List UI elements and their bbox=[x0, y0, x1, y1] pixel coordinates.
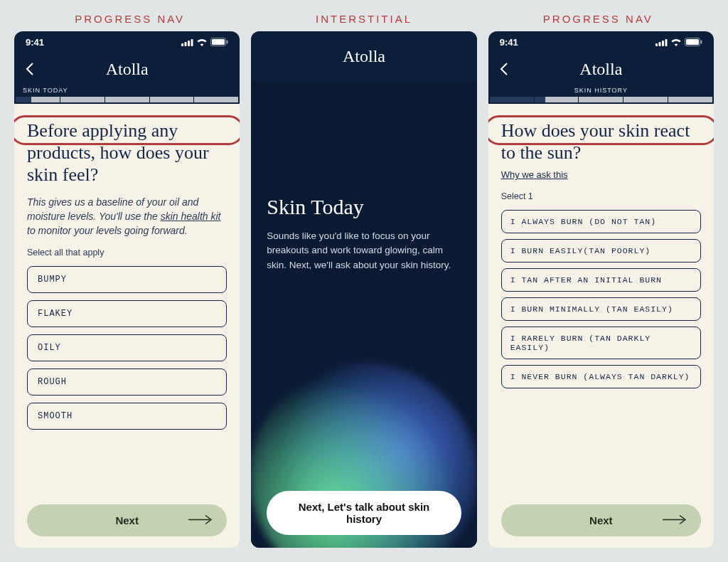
next-button-label: Next, Let's talk about skin history bbox=[279, 501, 448, 525]
progress-segment bbox=[16, 97, 60, 102]
option-never-burn[interactable]: I NEVER BURN (ALWAYS TAN DARKLY) bbox=[501, 365, 701, 388]
next-button[interactable]: Next bbox=[501, 504, 701, 536]
brand-bar: Atolla bbox=[14, 53, 240, 85]
option-oily[interactable]: OILY bbox=[27, 334, 227, 361]
svg-rect-1 bbox=[185, 42, 187, 46]
brand-title: Atolla bbox=[343, 47, 385, 66]
interstitial-content: Skin Today Sounds like you'd like to foc… bbox=[251, 81, 476, 548]
progress-segment bbox=[623, 97, 668, 102]
progress-segment bbox=[668, 97, 712, 102]
status-time: 9:41 bbox=[26, 37, 44, 48]
brand-title: Atolla bbox=[579, 60, 622, 79]
svg-rect-10 bbox=[665, 39, 667, 46]
svg-rect-0 bbox=[181, 43, 183, 46]
column-label-3: PROGRESS NAV bbox=[487, 13, 710, 25]
option-smooth[interactable]: SMOOTH bbox=[27, 403, 227, 430]
cta-row: Next bbox=[501, 494, 701, 536]
brand-bar: Atolla bbox=[251, 31, 476, 81]
progress-segment bbox=[105, 97, 149, 102]
explain-text-post: to monitor your levels going forward. bbox=[27, 225, 188, 236]
progress-segment bbox=[535, 97, 579, 102]
arrow-right-icon bbox=[663, 514, 687, 526]
option-always-burn[interactable]: I ALWAYS BURN (DO NOT TAN) bbox=[501, 210, 701, 233]
signal-icon bbox=[655, 38, 668, 46]
question-title: How does your skin react to the sun? bbox=[501, 120, 701, 164]
svg-rect-7 bbox=[655, 43, 658, 46]
battery-icon bbox=[685, 38, 702, 46]
canvas: PROGRESS NAV INTERSTITIAL PROGRESS NAV 9… bbox=[0, 0, 728, 562]
column-label-2: INTERSTITIAL bbox=[252, 13, 475, 25]
option-bumpy[interactable]: BUMPY bbox=[27, 266, 227, 293]
option-rough[interactable]: ROUGH bbox=[27, 369, 227, 396]
arrow-right-icon bbox=[188, 514, 213, 526]
battery-icon bbox=[210, 38, 228, 46]
next-button-label: Next bbox=[115, 514, 139, 526]
back-button[interactable] bbox=[23, 62, 37, 76]
back-button[interactable] bbox=[497, 62, 511, 76]
svg-rect-5 bbox=[212, 39, 225, 45]
option-burn-minimally[interactable]: I BURN MINIMALLY (TAN EASILY) bbox=[501, 297, 701, 321]
progress-segment bbox=[579, 97, 623, 102]
status-bar: 9:41 bbox=[488, 31, 714, 53]
brand-title: Atolla bbox=[106, 60, 149, 79]
svg-rect-12 bbox=[686, 39, 699, 45]
select-instruction: Select all that apply bbox=[27, 248, 227, 258]
next-button-label: Next bbox=[589, 514, 613, 526]
phone-screen-1: 9:41 Atolla bbox=[14, 31, 240, 548]
status-indicators bbox=[655, 38, 702, 46]
question-explainer: This gives us a baseline of your oil and… bbox=[27, 195, 227, 238]
next-button[interactable]: Next bbox=[27, 504, 227, 536]
progress-segment bbox=[194, 97, 238, 102]
progress-segment bbox=[60, 97, 105, 102]
interstitial-body: Skin Today Sounds like you'd like to foc… bbox=[251, 81, 476, 548]
svg-rect-9 bbox=[662, 41, 664, 46]
interstitial-title: Skin Today bbox=[267, 195, 461, 219]
brand-bar: Atolla bbox=[488, 53, 714, 85]
column-labels-row: PROGRESS NAV INTERSTITIAL PROGRESS NAV bbox=[14, 6, 714, 31]
select-instruction: Select 1 bbox=[501, 191, 701, 201]
progress-track bbox=[14, 97, 240, 102]
svg-rect-13 bbox=[700, 41, 702, 44]
progress-segment bbox=[490, 97, 534, 102]
progress-section-label: SKIN HISTORY bbox=[488, 85, 714, 97]
status-bar: 9:41 bbox=[14, 31, 240, 53]
skin-health-kit-link[interactable]: skin health kit bbox=[161, 211, 221, 222]
interstitial-body-text: Sounds like you'd like to focus on your … bbox=[267, 229, 461, 272]
options-list: BUMPY FLAKEY OILY ROUGH SMOOTH bbox=[27, 266, 227, 430]
option-rarely-burn[interactable]: I RARELY BURN (TAN DARKLY EASILY) bbox=[501, 327, 701, 359]
status-time: 9:41 bbox=[500, 37, 518, 48]
column-label-1: PROGRESS NAV bbox=[18, 13, 241, 25]
svg-rect-3 bbox=[191, 39, 193, 46]
card-body: How does your skin react to the sun? Why… bbox=[488, 104, 714, 548]
status-indicators bbox=[181, 38, 228, 46]
progress-nav: SKIN HISTORY bbox=[488, 85, 714, 104]
progress-segment bbox=[150, 97, 194, 102]
wifi-icon bbox=[196, 38, 208, 46]
card-body: Before applying any products, how does y… bbox=[14, 104, 240, 548]
question-title: Before applying any products, how does y… bbox=[27, 120, 227, 186]
next-button[interactable]: Next, Let's talk about skin history bbox=[267, 491, 461, 535]
svg-rect-8 bbox=[658, 42, 660, 46]
phones-row: 9:41 Atolla bbox=[14, 31, 714, 548]
svg-rect-2 bbox=[188, 41, 190, 46]
progress-track bbox=[488, 97, 714, 102]
progress-section-label: SKIN TODAY bbox=[14, 85, 240, 97]
phone-screen-3: 9:41 Atolla bbox=[488, 31, 714, 548]
why-we-ask-link[interactable]: Why we ask this bbox=[501, 169, 701, 180]
phone-screen-2: Atolla Skin Today Sounds like you'd like… bbox=[251, 31, 476, 548]
svg-rect-6 bbox=[227, 41, 228, 44]
progress-nav: SKIN TODAY bbox=[14, 85, 240, 104]
signal-icon bbox=[181, 38, 193, 46]
option-burn-easily[interactable]: I BURN EASILY(TAN POORLY) bbox=[501, 239, 701, 263]
option-flakey[interactable]: FLAKEY bbox=[27, 300, 227, 327]
option-tan-after-burn[interactable]: I TAN AFTER AN INITIAL BURN bbox=[501, 268, 701, 292]
cta-row: Next bbox=[27, 494, 227, 536]
wifi-icon bbox=[670, 38, 682, 46]
options-list: I ALWAYS BURN (DO NOT TAN) I BURN EASILY… bbox=[501, 210, 701, 388]
